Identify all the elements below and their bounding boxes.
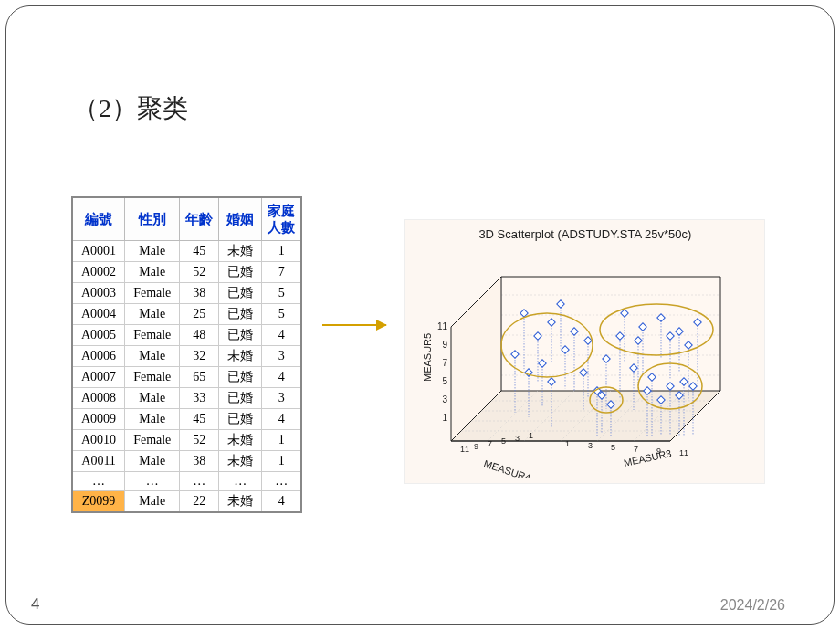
- table-cell: 38: [180, 451, 219, 472]
- data-table: 編號性別年齡婚姻家庭人數 A0001Male45未婚1A0002Male52已婚…: [71, 196, 302, 513]
- table-row: A0002Male52已婚7: [72, 262, 301, 283]
- z-tick: 9: [443, 340, 448, 350]
- table-cell: Male: [125, 304, 180, 325]
- table-cell: 22: [180, 491, 219, 513]
- table-cell: 4: [262, 325, 302, 346]
- table-cell: Male: [125, 491, 180, 513]
- table-header: 編號: [72, 197, 125, 241]
- table-cell: …: [219, 472, 262, 491]
- table-cell: 未婚: [219, 491, 262, 513]
- table-cell: Female: [125, 325, 180, 346]
- svg-text:11: 11: [460, 445, 469, 454]
- table-cell: 未婚: [219, 430, 262, 451]
- slide-date: 2024/2/26: [720, 597, 785, 614]
- table-cell: 已婚: [219, 409, 262, 430]
- table-cell: Male: [125, 409, 180, 430]
- table-cell: A0010: [72, 430, 125, 451]
- table-cell: 1: [262, 430, 302, 451]
- table-cell: A0008: [72, 388, 125, 409]
- z-tick: 7: [443, 358, 448, 368]
- table-cell: 7: [262, 262, 302, 283]
- table-row: A0007Female65已婚4: [72, 367, 301, 388]
- page-number: 4: [31, 595, 39, 614]
- table-header: 年齡: [180, 197, 219, 241]
- table-cell: Female: [125, 283, 180, 304]
- scatter-chart: 3D Scatterplot (ADSTUDY.STA 25v*50c): [404, 219, 765, 484]
- table-cell: 38: [180, 283, 219, 304]
- table-cell: 52: [180, 430, 219, 451]
- table-cell: 1: [262, 241, 302, 262]
- svg-text:7: 7: [634, 445, 638, 454]
- table-row: A0005Female48已婚4: [72, 325, 301, 346]
- table-row: A0006Male32未婚3: [72, 346, 301, 367]
- table-row: A0001Male45未婚1: [72, 241, 301, 262]
- svg-text:1: 1: [529, 431, 533, 440]
- table-cell: 4: [262, 367, 302, 388]
- svg-text:3: 3: [515, 434, 520, 443]
- table-cell: 已婚: [219, 262, 262, 283]
- table-header: 婚姻: [219, 197, 262, 241]
- table-cell: Male: [125, 451, 180, 472]
- z-axis-label: MEASUR5: [422, 333, 433, 382]
- table-row: ……………: [72, 472, 301, 491]
- table-row: A0011Male38未婚1: [72, 451, 301, 472]
- table-cell: A0005: [72, 325, 125, 346]
- z-tick: 11: [437, 321, 448, 331]
- table-row: Z0099Male22未婚4: [72, 491, 301, 513]
- svg-text:9: 9: [474, 442, 478, 451]
- table-cell: …: [125, 472, 180, 491]
- table-cell: …: [72, 472, 125, 491]
- table-cell: Male: [125, 262, 180, 283]
- table-cell: 32: [180, 346, 219, 367]
- table-cell: Male: [125, 388, 180, 409]
- table-cell: 45: [180, 241, 219, 262]
- table-row: A0009Male45已婚4: [72, 409, 301, 430]
- svg-text:7: 7: [488, 439, 492, 448]
- table-cell: Male: [125, 241, 180, 262]
- chart-title: 3D Scatterplot (ADSTUDY.STA 25v*50c): [405, 227, 764, 241]
- svg-text:9: 9: [656, 446, 661, 456]
- table-cell: A0009: [72, 409, 125, 430]
- table-cell: A0011: [72, 451, 125, 472]
- table-cell: 未婚: [219, 451, 262, 472]
- content-row: 編號性別年齡婚姻家庭人數 A0001Male45未婚1A0002Male52已婚…: [71, 196, 803, 513]
- table-cell: 3: [262, 388, 302, 409]
- table-cell: 4: [262, 491, 302, 513]
- table-cell: 5: [262, 304, 302, 325]
- table-cell: Female: [125, 430, 180, 451]
- table-cell: 45: [180, 409, 219, 430]
- table-row: A0008Male33已婚3: [72, 388, 301, 409]
- table-cell: 未婚: [219, 346, 262, 367]
- table-cell: 48: [180, 325, 219, 346]
- table-cell: Male: [125, 346, 180, 367]
- table-cell: Female: [125, 367, 180, 388]
- table-row: A0003Female38已婚5: [72, 283, 301, 304]
- table-cell: A0004: [72, 304, 125, 325]
- table-row: A0010Female52未婚1: [72, 430, 301, 451]
- svg-marker-0: [501, 277, 720, 391]
- table-cell: 已婚: [219, 388, 262, 409]
- svg-text:11: 11: [679, 448, 688, 457]
- table-cell: …: [262, 472, 302, 491]
- z-tick: 3: [443, 394, 448, 404]
- svg-text:1: 1: [565, 439, 570, 448]
- table-cell: 5: [262, 283, 302, 304]
- table-cell: 未婚: [219, 241, 262, 262]
- z-tick: 5: [443, 376, 448, 386]
- table-cell: 已婚: [219, 325, 262, 346]
- chart-svg: 11 9 7 5 3 1 MEASUR5 MEASUR4 MEASUR3: [415, 249, 757, 478]
- table-cell: …: [180, 472, 219, 491]
- y-axis-label: MEASUR4: [483, 457, 532, 478]
- svg-text:3: 3: [588, 441, 593, 450]
- table-cell: 1: [262, 451, 302, 472]
- table-cell: 已婚: [219, 304, 262, 325]
- svg-text:5: 5: [501, 436, 506, 446]
- table-cell: 3: [262, 346, 302, 367]
- svg-text:5: 5: [611, 443, 615, 452]
- table-cell: A0001: [72, 241, 125, 262]
- table-cell: 52: [180, 262, 219, 283]
- table-cell: 65: [180, 367, 219, 388]
- table-header: 性別: [125, 197, 180, 241]
- table-cell: Z0099: [72, 491, 125, 513]
- table-cell: 33: [180, 388, 219, 409]
